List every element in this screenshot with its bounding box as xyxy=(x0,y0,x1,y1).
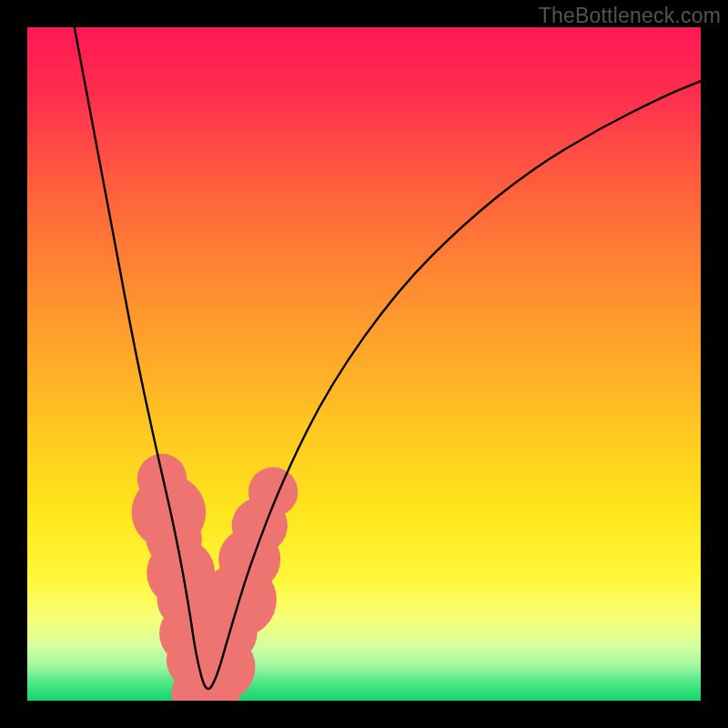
watermark-text: TheBottleneck.com xyxy=(539,4,721,28)
curve-layer xyxy=(27,27,701,701)
plot-area xyxy=(27,27,701,701)
chart-frame: TheBottleneck.com xyxy=(0,0,728,728)
highlight-group xyxy=(132,454,298,701)
highlight-point xyxy=(248,467,298,516)
